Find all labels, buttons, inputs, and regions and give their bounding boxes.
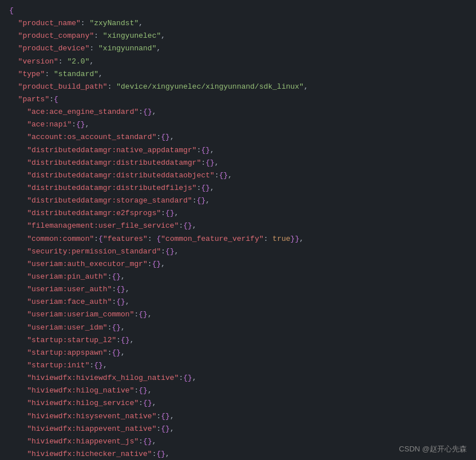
- code-line: "useriam:pin_auth":{},: [0, 271, 476, 283]
- code-line: "parts":{: [0, 93, 476, 106]
- code-line: "startup:startup_l2":{},: [0, 334, 476, 347]
- code-line: "product_device": "xingyunnand",: [0, 42, 476, 55]
- code-line: "product_name": "zxyNandst",: [0, 17, 476, 30]
- code-line: "distributeddatamgr:native_appdatamgr":{…: [0, 144, 476, 157]
- watermark: CSDN @赵开心先森: [399, 444, 467, 454]
- code-line: "distributeddatamgr:distributeddataobjec…: [0, 169, 476, 182]
- code-line: "version": "2.0",: [0, 55, 476, 68]
- code-line: "hiviewdfx:hiappevent_native":{},: [0, 423, 476, 435]
- code-line: "ace:ace_engine_standard":{},: [0, 106, 476, 118]
- code-line: "distributeddatamgr:distributeddatamgr":…: [0, 157, 476, 169]
- code-line: "filemanagement:user_file_service":{},: [0, 220, 476, 232]
- code-line: "hiviewdfx:hilog_native":{},: [0, 384, 476, 397]
- code-line: "useriam:auth_executor_mgr":{},: [0, 258, 476, 271]
- code-line: "product_company": "xingyunelec",: [0, 30, 476, 42]
- code-line: "distributeddatamgr:storage_standard":{}…: [0, 195, 476, 207]
- code-line: "security:permission_standard":{},: [0, 245, 476, 258]
- code-line: "distributeddatamgr:distributedfilejs":{…: [0, 182, 476, 195]
- code-line: "startup:appspawn":{},: [0, 347, 476, 359]
- code-line: "common:common":{"features": {"common_fe…: [0, 233, 476, 245]
- code-line: "product_build_path": "device/xingyunele…: [0, 81, 476, 93]
- code-line: "account:os_account_standard":{},: [0, 131, 476, 144]
- code-line: "startup:init":{},: [0, 359, 476, 372]
- code-line: "ace:napi":{},: [0, 118, 476, 131]
- code-line: {: [0, 5, 476, 17]
- code-container: { "product_name": "zxyNandst", "product_…: [0, 0, 476, 460]
- code-line: "type": "standard",: [0, 68, 476, 81]
- code-line: "useriam:useriam_common":{},: [0, 308, 476, 321]
- code-line: "useriam:user_auth":{},: [0, 283, 476, 296]
- code-line: "hiviewdfx:hiviewdfx_hilog_native":{},: [0, 372, 476, 384]
- code-line: "useriam:face_auth":{},: [0, 296, 476, 308]
- code-line: "distributeddatamgr:e2fsprogs":{},: [0, 207, 476, 220]
- code-line: "hiviewdfx:hilog_service":{},: [0, 397, 476, 410]
- code-line: "useriam:user_idm":{},: [0, 322, 476, 334]
- code-line: "hiviewdfx:hisysevent_native":{},: [0, 410, 476, 423]
